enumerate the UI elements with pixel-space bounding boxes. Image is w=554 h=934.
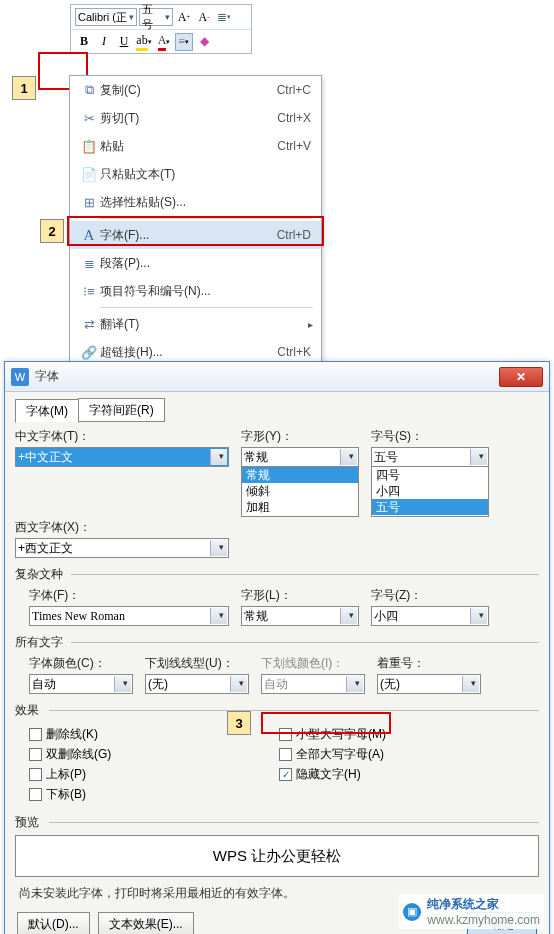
underline-style-label: 下划线线型(U)：	[145, 655, 249, 672]
hidden-checkbox[interactable]: 隐藏文字(H)	[279, 766, 489, 783]
watermark-brand: 纯净系统之家	[427, 896, 540, 913]
emphasis-label: 着重号：	[377, 655, 481, 672]
highlight-button[interactable]: ab▾	[135, 33, 153, 51]
c-size-combo[interactable]: 小四	[371, 606, 489, 626]
underline-style-combo[interactable]: (无)	[145, 674, 249, 694]
font-color-button[interactable]: A▾	[155, 33, 173, 51]
superscript-checkbox[interactable]: 上标(P)	[29, 766, 259, 783]
step-marker-2: 2	[40, 219, 64, 243]
style-listbox[interactable]: 常规 倾斜 加粗	[241, 467, 359, 517]
paste-special-icon: ⊞	[78, 195, 100, 210]
cn-font-label: 中文字体(T)：	[15, 428, 229, 445]
ctx-separator	[100, 307, 313, 308]
emphasis-combo[interactable]: (无)	[377, 674, 481, 694]
app-logo: W	[11, 368, 29, 386]
color-label: 字体颜色(C)：	[29, 655, 133, 672]
font-color-combo[interactable]: 自动	[29, 674, 133, 694]
size-label: 字号(S)：	[371, 428, 489, 445]
list-item[interactable]: 小四	[372, 483, 488, 499]
italic-button[interactable]: I	[95, 33, 113, 51]
en-font-label: 西文字体(X)：	[15, 519, 229, 536]
all-text-label: 所有文字	[15, 634, 539, 651]
double-strike-checkbox[interactable]: 双删除线(G)	[29, 746, 259, 763]
ctx-paste[interactable]: 📋粘贴Ctrl+V	[70, 132, 321, 160]
dialog-title: 字体	[35, 368, 499, 385]
highlight-box-2	[67, 216, 324, 246]
ctx-paragraph[interactable]: ≣段落(P)...	[70, 249, 321, 277]
c-font-combo[interactable]: Times New Roman	[29, 606, 229, 626]
list-item[interactable]: 加粗	[242, 499, 358, 515]
paste-text-icon: 📄	[78, 167, 100, 182]
c-style-label: 字形(L)：	[241, 587, 359, 604]
ctx-translate[interactable]: ⇄翻译(T)	[70, 310, 321, 338]
paste-icon: 📋	[78, 139, 100, 154]
font-value: Calibri (正	[78, 10, 127, 25]
style-combo[interactable]: 常规	[241, 447, 359, 467]
cut-icon: ✂	[78, 111, 100, 126]
text-effect-button[interactable]: 文本效果(E)...	[98, 912, 194, 934]
underline-color-combo: 自动	[261, 674, 365, 694]
dialog-titlebar: W 字体 ✕	[5, 362, 549, 392]
close-button[interactable]: ✕	[499, 367, 543, 387]
tab-font[interactable]: 字体(M)	[15, 399, 79, 423]
step-marker-1: 1	[12, 76, 36, 100]
c-size-label: 字号(Z)：	[371, 587, 489, 604]
shrink-font-button[interactable]: A-	[195, 8, 213, 26]
en-font-combo[interactable]: +西文正文	[15, 538, 229, 558]
underline-button[interactable]: U	[115, 33, 133, 51]
mini-toolbar: Calibri (正 五号 A+ A- ≣▾ B I U ab▾ A▾ ≡▾ ◆	[70, 4, 252, 54]
paragraph-icon: ≣	[78, 256, 100, 271]
font-dialog: W 字体 ✕ 字体(M) 字符间距(R) 中文字体(T)： +中文正文 字形(Y…	[4, 361, 550, 934]
subscript-checkbox[interactable]: 下标(B)	[29, 786, 259, 803]
preview-label: 预览	[15, 814, 539, 831]
list-item[interactable]: 常规	[242, 467, 358, 483]
watermark: ▣ 纯净系统之家 www.kzmyhome.com	[399, 894, 544, 929]
watermark-url: www.kzmyhome.com	[427, 913, 540, 927]
size-value: 五号	[142, 2, 163, 32]
list-item[interactable]: 五号	[372, 499, 488, 515]
ctx-cut[interactable]: ✂剪切(T)Ctrl+X	[70, 104, 321, 132]
size-selector[interactable]: 五号	[139, 8, 173, 26]
underline-color-label: 下划线颜色(I)：	[261, 655, 365, 672]
strike-checkbox[interactable]: 删除线(K)	[29, 726, 259, 743]
complex-script-label: 复杂文种	[15, 566, 539, 583]
ctx-paste-text[interactable]: 📄只粘贴文本(T)	[70, 160, 321, 188]
style-label: 字形(Y)：	[241, 428, 359, 445]
list-item[interactable]: 倾斜	[242, 483, 358, 499]
font-selector[interactable]: Calibri (正	[75, 8, 137, 26]
copy-icon: ⧉	[78, 82, 100, 98]
default-button[interactable]: 默认(D)...	[17, 912, 90, 934]
cn-font-combo[interactable]: +中文正文	[15, 447, 229, 467]
bold-button[interactable]: B	[75, 33, 93, 51]
list-item[interactable]: 四号	[372, 467, 488, 483]
ctx-bullets[interactable]: ⁝≡项目符号和编号(N)...	[70, 277, 321, 305]
format-painter-button[interactable]: ◆	[195, 33, 213, 51]
translate-icon: ⇄	[78, 317, 100, 332]
align-button[interactable]: ≡▾	[175, 33, 193, 51]
bullets-icon: ⁝≡	[78, 284, 100, 299]
link-icon: 🔗	[78, 345, 100, 360]
step-marker-3: 3	[227, 711, 251, 735]
c-style-combo[interactable]: 常规	[241, 606, 359, 626]
c-font-label: 字体(F)：	[29, 587, 229, 604]
highlight-box-3	[261, 712, 391, 734]
size-listbox[interactable]: 四号 小四 五号	[371, 467, 489, 517]
dialog-tabs: 字体(M) 字符间距(R)	[15, 398, 539, 422]
line-spacing-button[interactable]: ≣▾	[215, 8, 233, 26]
preview-box: WPS 让办公更轻松	[15, 835, 539, 877]
ctx-copy[interactable]: ⧉复制(C)Ctrl+C	[70, 76, 321, 104]
allcaps-checkbox[interactable]: 全部大写字母(A)	[279, 746, 489, 763]
tab-spacing[interactable]: 字符间距(R)	[78, 398, 165, 422]
grow-font-button[interactable]: A+	[175, 8, 193, 26]
watermark-logo: ▣	[403, 903, 421, 921]
ctx-paste-special[interactable]: ⊞选择性粘贴(S)...	[70, 188, 321, 216]
size-combo[interactable]: 五号	[371, 447, 489, 467]
